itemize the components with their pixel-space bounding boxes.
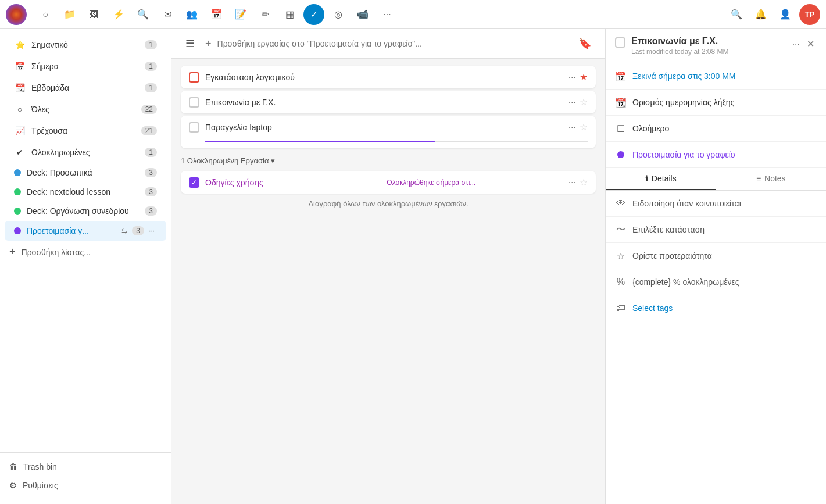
priority-label: Ορίστε προτεραιότητα [632,251,712,260]
sidebar-badge-deck-personal: 3 [145,168,157,177]
nav-video-icon[interactable]: 📹 [352,4,373,25]
sidebar-item-deck-lesson[interactable]: Deck: nextcloud lesson 3 [5,183,166,201]
sidebar-label-deck-meeting: Deck: Οργάνωση συνεδρίου [27,206,139,216]
settings-action[interactable]: ⚙ Ρυθμίσεις [0,476,171,495]
detail-list-label: Προετοιμασία για το γραφείο [632,150,735,159]
sidebar-item-all[interactable]: ○ Όλες 22 [5,99,166,120]
detail-header: Επικοινωνία με Γ.Χ. Last modified today … [606,29,826,63]
detail-field-complete[interactable]: % {complete} % ολοκληρωμένες [606,269,826,295]
detail-field-status[interactable]: 〜 Επιλέξτε κατάσταση [606,217,826,243]
topbar: ○ 📁 🖼 ⚡ 🔍 ✉ 👥 📅 📝 ✏ ▦ ✓ ◎ 📹 ··· 🔍 🔔 👤 TP [0,0,826,29]
add-task-input[interactable] [217,39,568,48]
avatar[interactable]: TP [799,4,820,25]
complete-label: {complete} % ολοκληρωμένες [632,277,739,287]
nav-calendar-icon[interactable]: 📅 [206,4,227,25]
calendar-start-icon: 📅 [615,70,627,82]
detail-allday-row[interactable]: ☐ Ολοήμερο [606,116,826,142]
sidebar-item-week[interactable]: 📆 Εβδομάδα 1 [5,77,166,98]
task-actions-3: ··· ☆ [568,121,588,133]
completed-menu-1[interactable]: ··· [568,177,576,188]
notifications-icon[interactable]: 🔔 [750,4,771,25]
nav-image-icon[interactable]: 🖼 [84,4,105,25]
nav-tasks-icon[interactable]: ✓ [303,4,324,25]
trash-icon: 🗑 [9,462,17,471]
trash-bin-action[interactable]: 🗑 Trash bin [0,457,171,476]
calendar-due-icon: 📆 [615,96,627,108]
share-button[interactable]: ⇆ [119,226,130,236]
detail-allday-label: Ολοήμερο [632,124,669,133]
detail-more-button[interactable]: ··· [790,36,802,52]
nav-layers-icon[interactable]: ▦ [279,4,300,25]
main-layout: ⭐ Σημαντικό 1 📅 Σήμερα 1 📆 Εβδομάδα 1 ○ … [0,29,826,504]
completed-actions-1: ··· ☆ [568,177,588,188]
detail-due-row[interactable]: 📆 Ορισμός ημερομηνίας λήξης [606,90,826,116]
task-actions-2: ··· ☆ [568,96,588,108]
user-profile-icon[interactable]: 👤 [775,4,796,25]
completed-icon: ✔ [14,146,26,158]
chevron-down-icon: ▾ [271,156,275,165]
deck-meeting-dot [14,208,21,215]
detail-field-tags[interactable]: 🏷 Select tags [606,295,826,321]
sidebar-item-proetoimasia[interactable]: Προετοιμασία γ... ⇆ 3 ··· [5,221,166,241]
nav-search-icon[interactable]: 🔍 [133,4,153,25]
eye-icon: 👁 [615,198,627,209]
sidebar-item-important[interactable]: ⭐ Σημαντικό 1 [5,34,166,55]
app-logo[interactable] [6,4,27,25]
sidebar-badge-important: 1 [145,40,157,49]
priority-star-icon: ☆ [615,250,627,262]
nav-folder-icon[interactable]: 📁 [59,4,80,25]
nav-contacts-icon[interactable]: 👥 [181,4,202,25]
topbar-right: 🔍 🔔 👤 TP [726,4,820,25]
completed-checkbox-1[interactable]: ✓ [189,177,199,188]
menu-toggle-button[interactable]: ☰ [181,35,199,52]
task-checkbox-3[interactable] [189,122,199,133]
detail-task-checkbox[interactable] [615,37,625,48]
settings-icon: ⚙ [9,481,17,490]
task-menu-1[interactable]: ··· [568,72,576,83]
sidebar-item-today[interactable]: 📅 Σήμερα 1 [5,56,166,77]
task-checkbox-2[interactable] [189,97,199,108]
task-checkbox-1[interactable] [189,72,199,83]
task-star-1[interactable]: ★ [580,72,588,83]
sidebar-label-current: Τρέχουσα [31,126,135,135]
delete-all-button[interactable]: Διαγραφή όλων των ολοκληρωμένων εργασιών… [181,194,596,214]
nav-more-icon[interactable]: ··· [377,4,398,25]
sidebar-item-completed[interactable]: ✔ Ολοκληρωμένες 1 [5,142,166,163]
sidebar-item-current[interactable]: 📈 Τρέχουσα 21 [5,120,166,141]
completed-header[interactable]: 1 Ολοκληρωμένη Εργασία ▾ [181,153,596,169]
proetoimasia-more-button[interactable]: ··· [146,226,157,236]
nav-activity-icon[interactable]: ⚡ [108,4,129,25]
detail-list-row[interactable]: Προετοιμασία για το γραφείο [606,142,826,168]
detail-close-button[interactable]: ✕ [804,36,817,52]
sidebar-item-deck-personal[interactable]: Deck: Προσωπικά 3 [5,163,166,182]
task-progress-bar [205,141,588,142]
tab-details[interactable]: ℹ Details [606,168,716,190]
task-menu-3[interactable]: ··· [568,122,576,133]
nav-notes-icon[interactable]: 📝 [230,4,251,25]
detail-start-row[interactable]: 📅 Ξεκινά σήμερα στις 3:00 ΜΜ [606,63,826,90]
tab-notes[interactable]: ≡ Notes [716,168,827,190]
task-star-2[interactable]: ☆ [580,96,588,108]
task-star-3[interactable]: ☆ [580,121,588,133]
nav-home-icon[interactable]: ○ [35,4,56,25]
table-row: Εγκατάσταση λογισμικού ··· ★ [181,66,596,88]
detail-field-priority[interactable]: ☆ Ορίστε προτεραιότητα [606,243,826,269]
task-menu-2[interactable]: ··· [568,97,576,108]
task-progress-fill [205,141,435,142]
nav-pen-icon[interactable]: ✏ [255,4,276,25]
detail-field-notify[interactable]: 👁 Ειδοποίηση όταν κοινοποιείται [606,191,826,217]
week-icon: 📆 [14,82,26,94]
task-label-2: Επικοινωνία με Γ.Χ. [205,98,563,107]
completed-time-1: Ολοκληρώθηκε σήμερα στι... [387,178,562,187]
global-search-icon[interactable]: 🔍 [726,4,747,25]
list-item: ✓ Οδηγίες χρήσης Ολοκληρώθηκε σήμερα στι… [181,171,596,194]
add-list-action[interactable]: + Προσθήκη λίστας... [0,241,171,263]
sidebar-item-deck-meeting[interactable]: Deck: Οργάνωση συνεδρίου 3 [5,202,166,220]
nav-circle-icon[interactable]: ◎ [328,4,349,25]
sidebar-label-deck-personal: Deck: Προσωπικά [27,168,139,177]
nav-mail-icon[interactable]: ✉ [157,4,178,25]
completed-header-label: 1 Ολοκληρωμένη Εργασία [181,156,269,165]
sidebar-badge-deck-lesson: 3 [145,187,157,196]
completed-star-1[interactable]: ☆ [580,177,588,188]
filter-button[interactable]: 🔖 [574,35,596,52]
